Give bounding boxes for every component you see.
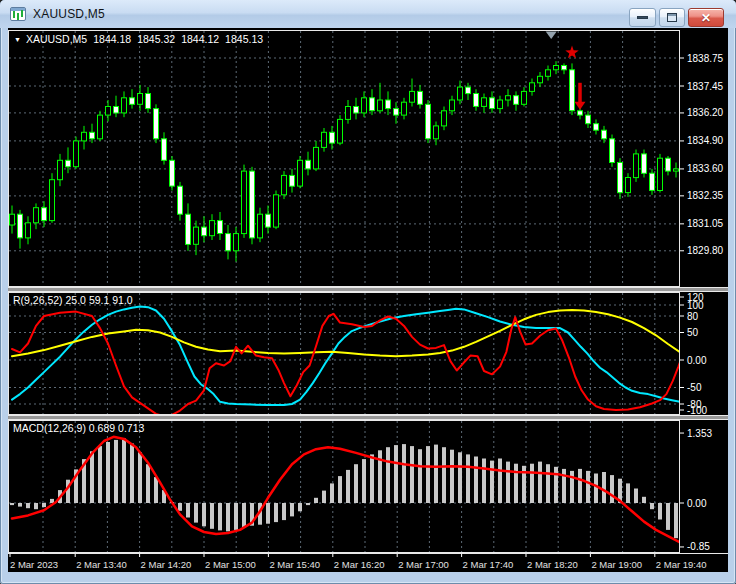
- macd-bar: [674, 503, 678, 538]
- macd-bar: [514, 464, 518, 503]
- macd-bar: [42, 503, 46, 507]
- macd-bar: [106, 442, 110, 503]
- bear-candle: [386, 100, 391, 109]
- time-axis[interactable]: 2 Mar 20232 Mar 13:402 Mar 14:202 Mar 15…: [8, 554, 728, 572]
- bear-candle: [610, 139, 615, 163]
- macd-bar: [266, 503, 270, 524]
- axis-label: -50: [687, 382, 702, 393]
- bear-candle: [490, 98, 495, 109]
- macd-bar: [122, 438, 126, 503]
- macd-bar: [506, 462, 510, 503]
- axis-label: 0.00: [687, 498, 707, 509]
- chart-shift-triangle-icon[interactable]: [546, 32, 557, 40]
- markers: [546, 32, 586, 110]
- restore-button[interactable]: [659, 8, 685, 27]
- macd-bar: [498, 459, 502, 504]
- bear-candle: [42, 208, 47, 221]
- minimize-button[interactable]: [629, 8, 656, 27]
- macd-bar: [658, 503, 662, 520]
- close-button[interactable]: ✕: [688, 8, 724, 27]
- bear-candle: [90, 132, 95, 139]
- rci-indicator-plot[interactable]: [8, 292, 680, 415]
- macd-bar: [10, 503, 14, 505]
- macd-bar: [98, 446, 102, 503]
- bull-candle: [82, 132, 87, 141]
- axis-label: 1838.75: [687, 53, 724, 64]
- axis-label: 1832.35: [687, 190, 724, 201]
- macd-bar: [642, 497, 646, 503]
- bear-candle: [418, 91, 423, 104]
- macd-bar: [426, 446, 430, 503]
- bear-candle: [218, 221, 223, 234]
- macd-bar: [362, 459, 366, 503]
- macd-bar: [402, 444, 406, 503]
- price-chart-plot[interactable]: [8, 30, 680, 287]
- bear-candle: [370, 98, 375, 111]
- time-axis-label: 2 Mar 15:00: [205, 559, 256, 570]
- time-axis-label: 2 Mar 19:00: [591, 559, 642, 570]
- time-axis-label: 2 Mar 16:20: [334, 559, 385, 570]
- macd-bar: [242, 503, 246, 527]
- macd-bar: [146, 464, 150, 503]
- bull-candle: [546, 70, 551, 77]
- bull-candle: [434, 126, 439, 139]
- axis-label: 1831.05: [687, 218, 724, 229]
- bear-candle: [602, 130, 607, 139]
- titlebar[interactable]: XAUUSD,M5 ✕: [0, 0, 736, 28]
- bull-candle: [298, 160, 303, 186]
- bull-candle: [242, 171, 247, 234]
- macd-bar: [346, 470, 350, 503]
- bull-candle: [442, 111, 447, 126]
- macd-axis: 1.3530.00-0.85: [680, 420, 728, 553]
- bull-candle: [658, 158, 663, 190]
- macd-bar: [450, 450, 454, 503]
- bull-candle: [258, 214, 263, 238]
- bull-candle: [410, 91, 415, 102]
- axis-labels: 1.3530.00-0.85: [680, 428, 712, 553]
- bear-candle: [354, 107, 359, 114]
- bear-candle: [186, 214, 191, 244]
- bull-candle: [626, 178, 631, 193]
- rci-label: R(9,26,52) 25.0 59.1 91.0: [13, 294, 133, 306]
- macd-bar: [538, 462, 542, 503]
- bear-candle: [642, 154, 647, 173]
- bull-candle: [450, 100, 455, 111]
- collapse-arrow-icon[interactable]: ▼: [14, 36, 21, 43]
- bear-candle: [330, 132, 335, 143]
- bear-candle: [170, 160, 175, 186]
- axis-label: 1.353: [687, 428, 712, 439]
- sell-signal-star-icon: [565, 46, 578, 59]
- macd-bar: [666, 503, 670, 530]
- axis-label: 1836.20: [687, 107, 724, 118]
- macd-indicator-plot[interactable]: [8, 420, 680, 553]
- macd-histogram: [10, 438, 678, 538]
- macd-bar: [26, 503, 30, 508]
- bull-candle: [538, 76, 543, 83]
- bear-candle: [426, 104, 431, 139]
- application-window: XAUUSD,M5 ✕ ▼ XAUUSD,M5 1844.18 1845.32 …: [0, 0, 736, 584]
- bear-candle: [266, 214, 271, 227]
- macd-bar: [114, 440, 118, 503]
- candles: [10, 61, 679, 261]
- bear-candle: [306, 160, 311, 169]
- bull-candle: [506, 96, 511, 100]
- legend-high: 1845.32: [137, 33, 175, 45]
- macd-bar: [66, 480, 70, 503]
- macd-bar: [386, 447, 390, 503]
- macd-label: MACD(12,26,9) 0.689 0.713: [13, 422, 144, 434]
- rci-pane: R(9,26,52) 25.0 59.1 91.0 12010080500.00…: [8, 292, 728, 415]
- time-axis-label: 2 Mar 15:40: [269, 559, 320, 570]
- bear-candle: [226, 234, 231, 251]
- bull-candle: [282, 175, 287, 194]
- bull-candle: [122, 98, 127, 113]
- macd-bar: [474, 457, 478, 504]
- bear-candle: [66, 160, 71, 167]
- macd-bar: [34, 503, 38, 509]
- bear-candle: [578, 111, 583, 115]
- bull-candle: [106, 107, 111, 116]
- legend-low: 1844.12: [181, 33, 219, 45]
- bear-candle: [394, 109, 399, 116]
- grid: [9, 31, 679, 286]
- macd-bar: [322, 491, 326, 503]
- macd-bar: [442, 447, 446, 503]
